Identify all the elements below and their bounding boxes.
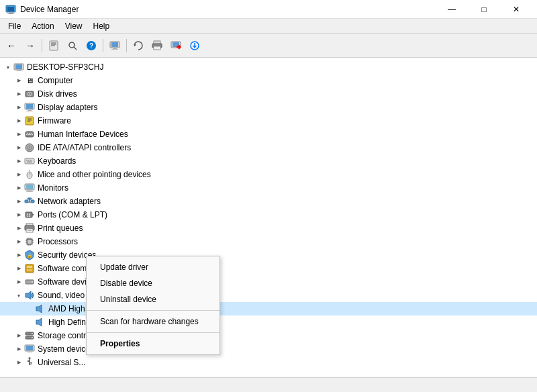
- svg-rect-31: [17, 70, 21, 71]
- tree-item-mice[interactable]: Mice and other pointing devices: [0, 168, 537, 181]
- tree-item-usb[interactable]: Universal S...: [0, 356, 537, 369]
- tree-item-keyboards[interactable]: Keyboards: [0, 154, 537, 168]
- tree-item-display[interactable]: Display adapters: [0, 101, 537, 114]
- usb-expander[interactable]: [13, 357, 24, 368]
- tree-item-system[interactable]: System devices: [0, 342, 537, 356]
- root-label: DESKTOP-SFP3CHJ: [27, 62, 103, 72]
- app-icon: [5, 4, 16, 15]
- context-menu: Update driver Disable device Uninstall d…: [86, 256, 220, 355]
- refresh-button[interactable]: [130, 37, 147, 54]
- svg-rect-105: [28, 352, 32, 352]
- context-properties[interactable]: Properties: [87, 336, 219, 352]
- context-sep-2: [87, 332, 219, 333]
- monitors-expander[interactable]: [13, 183, 24, 193]
- svg-marker-98: [36, 318, 42, 326]
- menu-view[interactable]: View: [60, 20, 88, 32]
- tree-item-computer[interactable]: Computer: [0, 74, 537, 87]
- tree-root[interactable]: DESKTOP-SFP3CHJ: [0, 60, 537, 74]
- properties-button[interactable]: [45, 37, 62, 54]
- svg-rect-15: [111, 49, 118, 50]
- context-uninstall-device[interactable]: Uninstall device: [87, 291, 219, 307]
- svg-point-52: [29, 147, 30, 148]
- tree-item-software[interactable]: Software components: [0, 262, 537, 275]
- firmware-expander[interactable]: [13, 115, 24, 126]
- svg-rect-48: [28, 134, 31, 135]
- network-expander[interactable]: [13, 196, 24, 207]
- tree-item-storage2[interactable]: Software devices: [0, 275, 537, 289]
- hid-expander[interactable]: [13, 129, 24, 140]
- menu-help[interactable]: Help: [88, 20, 115, 32]
- processors-label: Processors: [38, 237, 78, 246]
- tree-item-ports[interactable]: Ports (COM & LPT): [0, 208, 537, 222]
- storage2-expander[interactable]: [13, 277, 24, 287]
- tree-item-security[interactable]: 🔒 Security devices: [0, 248, 537, 262]
- sound-expander[interactable]: [13, 290, 24, 301]
- computer-label: Computer: [38, 76, 73, 85]
- menu-action[interactable]: Action: [26, 20, 59, 32]
- processors-expander[interactable]: [13, 236, 24, 247]
- tree-item-monitors[interactable]: Monitors: [0, 181, 537, 195]
- software-expander[interactable]: [13, 263, 24, 274]
- main-content: DESKTOP-SFP3CHJ Computer Disk drives: [0, 58, 537, 377]
- computer-expander[interactable]: [13, 75, 24, 86]
- mice-expander[interactable]: [13, 169, 24, 180]
- tree-item-disk[interactable]: Disk drives: [0, 87, 537, 101]
- svg-rect-81: [28, 240, 32, 244]
- security-icon: 🔒: [24, 250, 35, 260]
- device-tree[interactable]: DESKTOP-SFP3CHJ Computer Disk drives: [0, 58, 537, 377]
- svg-rect-30: [15, 64, 22, 69]
- remove-button[interactable]: [167, 37, 185, 54]
- display-expander[interactable]: [13, 102, 24, 113]
- update-button[interactable]: [186, 37, 203, 54]
- tree-item-sound[interactable]: Sound, video and game controllers: [0, 289, 537, 302]
- back-button[interactable]: ←: [3, 37, 20, 54]
- tree-item-print[interactable]: Print queues: [0, 222, 537, 235]
- tree-item-high-def[interactable]: High Definition Audio Device: [0, 315, 537, 329]
- print-expander[interactable]: [13, 223, 24, 234]
- tree-item-amd-audio[interactable]: AMD High Definition Audio Device: [0, 302, 537, 315]
- svg-point-74: [29, 215, 30, 217]
- svg-rect-49: [32, 134, 33, 135]
- disk-icon: [24, 89, 35, 99]
- close-button[interactable]: ✕: [501, 0, 532, 19]
- svg-rect-108: [28, 360, 30, 362]
- keyboards-expander[interactable]: [13, 156, 24, 166]
- disk-label: Disk drives: [38, 89, 77, 99]
- tree-item-ide[interactable]: IDE ATA/ATAPI controllers: [0, 141, 537, 154]
- forward-button[interactable]: →: [21, 37, 39, 54]
- svg-rect-38: [26, 111, 33, 111]
- svg-rect-45: [29, 133, 30, 134]
- context-disable-device[interactable]: Disable device: [87, 275, 219, 291]
- context-sep-1: [87, 310, 219, 311]
- scan-button[interactable]: [64, 37, 81, 54]
- security-expander[interactable]: [13, 250, 24, 260]
- computer-button[interactable]: [106, 37, 124, 54]
- svg-rect-91: [26, 264, 34, 273]
- tree-item-hid[interactable]: Human Interface Devices: [0, 128, 537, 141]
- print-button[interactable]: [148, 37, 166, 54]
- storage-expander[interactable]: [13, 330, 24, 341]
- tree-item-firmware[interactable]: Firmware: [0, 114, 537, 128]
- storage2-icon: [24, 277, 35, 287]
- svg-point-101: [32, 333, 33, 334]
- print-label: Print queues: [38, 224, 83, 233]
- ide-expander[interactable]: [13, 142, 24, 153]
- ports-expander[interactable]: [13, 209, 24, 220]
- help-button[interactable]: ?: [83, 37, 100, 54]
- system-expander[interactable]: [13, 344, 24, 354]
- svg-rect-55: [28, 160, 30, 161]
- tree-item-storage[interactable]: Storage controllers: [0, 329, 537, 342]
- context-scan-hardware[interactable]: Scan for hardware changes: [87, 313, 219, 330]
- svg-rect-79: [28, 230, 32, 231]
- maximize-button[interactable]: □: [469, 0, 499, 19]
- menu-file[interactable]: File: [3, 20, 26, 32]
- network-label: Network adapters: [38, 197, 101, 206]
- minimize-button[interactable]: —: [436, 0, 467, 19]
- svg-rect-47: [26, 134, 28, 135]
- tree-item-processors[interactable]: Processors: [0, 235, 537, 248]
- context-update-driver[interactable]: Update driver: [87, 259, 219, 275]
- svg-rect-1: [7, 7, 14, 11]
- root-expander[interactable]: [3, 62, 13, 72]
- tree-item-network[interactable]: Network adapters: [0, 195, 537, 208]
- disk-expander[interactable]: [13, 89, 24, 99]
